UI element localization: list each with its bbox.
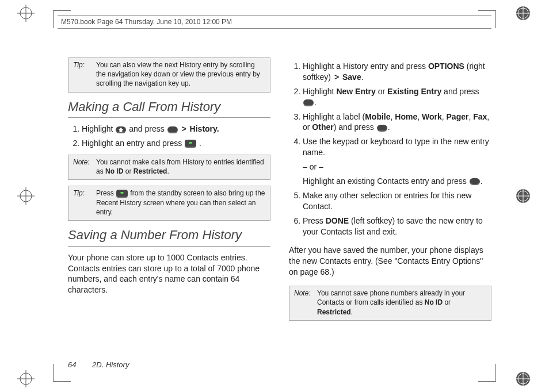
tip-label: Tip: (73, 60, 93, 89)
note-body: You cannot make calls from History to en… (96, 157, 265, 176)
step-text: ) and press (334, 122, 376, 132)
instruction-step: Use the keypad or keyboard to type in th… (303, 136, 491, 187)
paragraph: After you have saved the number, your ph… (289, 245, 491, 278)
instruction-list: Highlight and press > History. Highlight… (68, 124, 270, 149)
step-text: Highlight (82, 124, 115, 133)
note-text: . (167, 167, 169, 175)
instruction-step: Highlight a label (Mobile, Home, Work, P… (303, 112, 491, 133)
tip-label: Tip: (73, 189, 93, 217)
right-column: Highlight a History entry and press OPTI… (289, 57, 491, 352)
call-key-icon (116, 190, 128, 198)
tip-body: You can also view the next History entry… (96, 60, 265, 89)
step-text: , (417, 112, 422, 121)
chevron-right-icon: > (334, 72, 339, 82)
instruction-list: Highlight a History entry and press OPTI… (289, 61, 491, 237)
registration-mark-icon (17, 370, 35, 387)
tip-box: Tip: Press from the standby screen to al… (68, 186, 270, 221)
note-text: . (351, 308, 353, 316)
section-heading: Making a Call From History (68, 98, 270, 118)
chevron-right-icon: > (182, 124, 186, 133)
instruction-step: Make any other selection or entries for … (303, 190, 491, 212)
crop-mark-icon (478, 364, 496, 382)
step-text: Highlight a label ( (303, 112, 365, 121)
step-text: Highlight (303, 87, 336, 96)
registration-mark-icon (17, 5, 35, 22)
step-bold: Fax (473, 112, 487, 121)
step-text: Highlight an existing Contacts entry and… (303, 176, 469, 186)
tip-text: Press (96, 189, 116, 197)
ok-key-icon (303, 99, 314, 106)
page-number: 64 (68, 360, 76, 369)
step-text: . (361, 72, 364, 82)
step-text: . (388, 122, 390, 132)
step-text: Highlight a History entry and press (303, 62, 428, 71)
left-column: Tip: You can also view the next History … (68, 57, 270, 352)
step-alternative-line: Highlight an existing Contacts entry and… (303, 176, 491, 187)
step-text: . (314, 98, 317, 107)
instruction-step: Press DONE (left softkey) to save the ne… (303, 216, 491, 237)
instruction-step: Highlight a History entry and press OPTI… (303, 61, 491, 83)
registration-mark-icon (17, 187, 35, 205)
section-heading: Saving a Number From History (68, 226, 270, 247)
note-bold: No ID (105, 167, 123, 175)
note-bold: Restricted (317, 308, 351, 316)
instruction-step: Highlight and press > History. (82, 124, 270, 134)
step-bold: Other (312, 122, 333, 132)
step-text: , (442, 112, 447, 121)
call-key-icon (185, 140, 196, 148)
step-bold: Save (342, 72, 361, 82)
step-text: Press (303, 216, 326, 225)
step-text: and press (129, 124, 166, 133)
step-bold: Work (422, 112, 442, 121)
ok-key-icon (470, 178, 480, 185)
tip-body: Press from the standby screen to also br… (96, 189, 265, 217)
step-bold: New Entry (336, 87, 375, 96)
step-text: Use the keypad or keyboard to type in th… (303, 137, 489, 157)
step-text: or (378, 87, 387, 96)
note-body: You cannot save phone numbers already in… (317, 289, 486, 317)
step-link: History. (190, 124, 219, 133)
step-text: Highlight an entry and press (82, 139, 184, 148)
step-text: . (481, 176, 483, 186)
registration-mark-icon (514, 187, 532, 205)
header-file-stamp: M570.book Page 64 Thursday, June 10, 201… (58, 15, 491, 29)
step-text: . (199, 139, 201, 148)
note-text: You cannot save phone numbers already in… (317, 289, 465, 306)
ok-key-icon (377, 125, 387, 132)
note-text: or (444, 298, 451, 306)
content-columns: Tip: You can also view the next History … (68, 57, 491, 352)
step-bold: Home (395, 112, 417, 121)
instruction-step: Highlight New Entry or Existing Entry an… (303, 86, 491, 108)
document-page: M570.book Page 64 Thursday, June 10, 201… (0, 0, 549, 392)
step-bold: OPTIONS (428, 62, 464, 71)
step-bold: Pager (447, 112, 469, 121)
home-key-icon (116, 126, 126, 133)
page-footer: 64 2D. History (68, 360, 129, 369)
note-bold: Restricted (134, 167, 167, 175)
footer-section: 2D. History (92, 360, 129, 369)
step-bold: Mobile (365, 112, 390, 121)
note-bold: No ID (425, 298, 443, 306)
step-bold: Existing Entry (387, 87, 441, 96)
registration-mark-icon (514, 5, 532, 22)
note-box: Note: You cannot make calls from History… (68, 155, 270, 180)
file-stamp-text: M570.book Page 64 Thursday, June 10, 201… (61, 18, 232, 26)
note-label: Note: (294, 289, 314, 317)
step-bold: DONE (326, 216, 349, 225)
registration-mark-icon (514, 370, 532, 387)
tip-box: Tip: You can also view the next History … (68, 57, 270, 93)
note-box: Note: You cannot save phone numbers alre… (289, 286, 491, 321)
step-text: and press (444, 87, 479, 96)
instruction-step: Highlight an entry and press . (82, 138, 270, 149)
ok-key-icon (167, 126, 178, 133)
paragraph: Your phone can store up to 1000 Contacts… (68, 252, 270, 296)
note-label: Note: (73, 157, 93, 176)
note-text: or (125, 167, 134, 175)
step-alternative: – or – (303, 162, 491, 172)
